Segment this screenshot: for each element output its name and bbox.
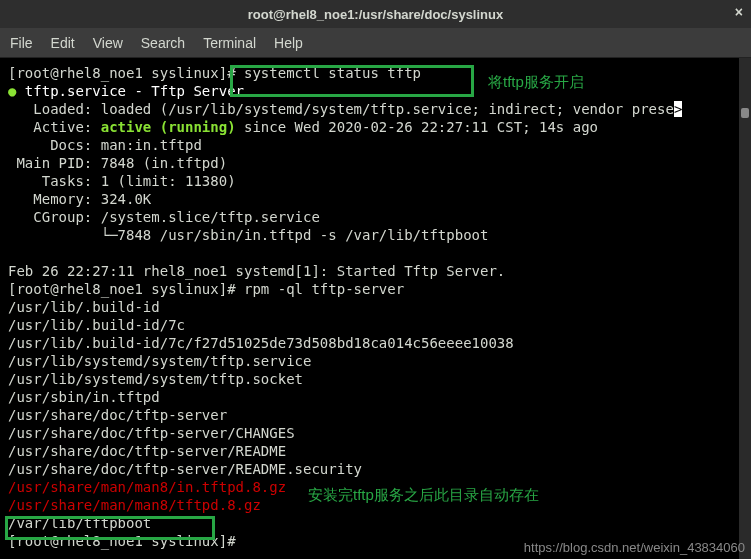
tasks-line: Tasks: 1 (limit: 11380) [8, 173, 236, 189]
prompt: [root@rhel8_noe1 syslinux]# [8, 65, 244, 81]
close-icon[interactable]: × [735, 4, 743, 20]
service-name: tftp.service - Tftp Server [16, 83, 244, 99]
memory-line: Memory: 324.0K [8, 191, 151, 207]
pid-line: Main PID: 7848 (in.tftpd) [8, 155, 227, 171]
watermark: https://blog.csdn.net/weixin_43834060 [524, 540, 745, 555]
window-title: root@rhel8_noe1:/usr/share/doc/syslinux [248, 7, 503, 22]
active-label: Active: [8, 119, 101, 135]
output-line: /usr/share/man/man8/tftpd.8.gz [8, 497, 261, 513]
active-status: active (running) [101, 119, 236, 135]
output-line-tftpboot: /var/lib/tftpboot [8, 515, 151, 531]
loaded-line: Loaded: loaded (/usr/lib/systemd/system/… [8, 101, 674, 117]
menubar: File Edit View Search Terminal Help [0, 28, 751, 58]
window-titlebar: root@rhel8_noe1:/usr/share/doc/syslinux … [0, 0, 751, 28]
docs-line: Docs: man:in.tftpd [8, 137, 202, 153]
output-line: /usr/lib/systemd/system/tftp.service [8, 353, 311, 369]
output-line: /usr/lib/.build-id/7c [8, 317, 185, 333]
scroll-indicator-icon: > [674, 101, 682, 117]
output-line: /usr/lib/.build-id [8, 299, 160, 315]
output-line: /usr/share/doc/tftp-server/README [8, 443, 286, 459]
output-line: /usr/share/doc/tftp-server/README.securi… [8, 461, 362, 477]
scrollbar[interactable] [739, 58, 751, 559]
scrollbar-thumb[interactable] [741, 108, 749, 118]
command: systemctl status tftp [244, 65, 421, 81]
menu-edit[interactable]: Edit [51, 35, 75, 51]
output-line: /usr/lib/.build-id/7c/f27d51025de73d508b… [8, 335, 514, 351]
log-line: Feb 26 22:27:11 rhel8_noe1 systemd[1]: S… [8, 263, 505, 279]
prompt: [root@rhel8_noe1 syslinux]# [8, 533, 236, 549]
output-line: /usr/share/doc/tftp-server/CHANGES [8, 425, 295, 441]
output-line: /usr/share/doc/tftp-server [8, 407, 227, 423]
prompt-cmd2: [root@rhel8_noe1 syslinux]# rpm -ql tftp… [8, 281, 404, 297]
menu-file[interactable]: File [10, 35, 33, 51]
menu-search[interactable]: Search [141, 35, 185, 51]
menu-help[interactable]: Help [274, 35, 303, 51]
menu-view[interactable]: View [93, 35, 123, 51]
cgroup-line: CGroup: /system.slice/tftp.service [8, 209, 320, 225]
menu-terminal[interactable]: Terminal [203, 35, 256, 51]
cgroup-proc: └─7848 /usr/sbin/in.tftpd -s /var/lib/tf… [8, 227, 488, 243]
output-line: /usr/lib/systemd/system/tftp.socket [8, 371, 303, 387]
output-line: /usr/sbin/in.tftpd [8, 389, 160, 405]
terminal-output[interactable]: [root@rhel8_noe1 syslinux]# systemctl st… [0, 58, 751, 559]
output-line: /usr/share/man/man8/in.tftpd.8.gz [8, 479, 286, 495]
active-since: since Wed 2020-02-26 22:27:11 CST; 14s a… [236, 119, 598, 135]
